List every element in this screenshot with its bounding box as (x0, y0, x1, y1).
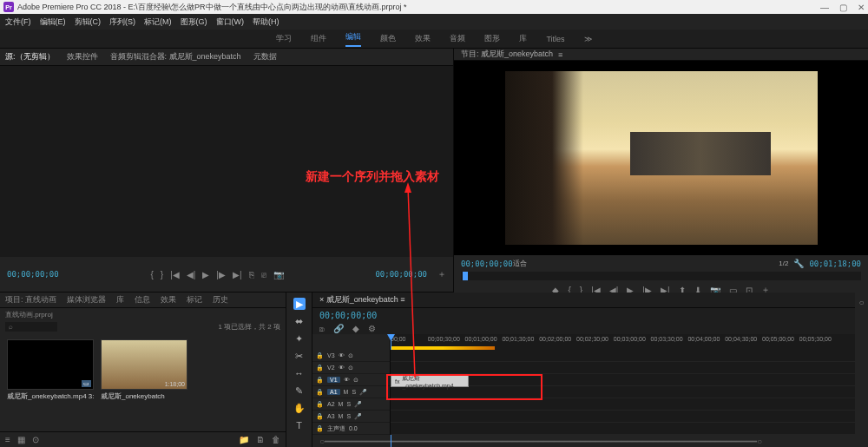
ws-graphics[interactable]: 图形 (484, 33, 500, 44)
tab-info[interactable]: 信息 (135, 294, 150, 306)
insert-icon[interactable]: ⎘ (249, 270, 254, 279)
source-tc-left[interactable]: 00;00;00;00 (7, 270, 59, 279)
track-v3[interactable]: 🔒V3👁⊙ (312, 350, 390, 362)
sequence-tab[interactable]: × 威尼斯_onekeybatch ≡ (319, 294, 405, 306)
track-a1[interactable]: 🔒A1MS🎤 (312, 386, 390, 398)
bin-item[interactable]: ▭ 威尼斯_onekeybatch.mp4 3:22;21 (7, 339, 94, 424)
tab-history[interactable]: 历史 (213, 294, 228, 306)
ws-effects[interactable]: 效果 (415, 33, 431, 44)
type-tool-icon[interactable]: T (293, 419, 306, 431)
hand-tool-icon[interactable]: ✋ (293, 402, 306, 414)
overwrite-icon[interactable]: ⎚ (261, 270, 266, 279)
close-button[interactable]: ✕ (858, 3, 865, 12)
menu-graphics[interactable]: 图形(G) (181, 16, 207, 28)
track-row-a1[interactable] (391, 386, 855, 398)
new-item-icon[interactable]: 🗎 (256, 435, 265, 444)
mark-in-icon[interactable]: { (150, 270, 153, 279)
mic-icon[interactable]: 🎤 (359, 389, 367, 396)
slip-tool-icon[interactable]: ↔ (293, 367, 306, 379)
ws-edit[interactable]: 编辑 (345, 31, 361, 47)
lock-icon[interactable]: 🔒 (316, 352, 324, 359)
tab-media-browser[interactable]: 媒体浏览器 (67, 294, 106, 306)
play-icon[interactable]: ▶ (202, 270, 209, 279)
track-a3[interactable]: 🔒A3MS🎤 (312, 411, 390, 423)
menu-file[interactable]: 文件(F) (5, 16, 31, 28)
track-row-v2[interactable] (391, 362, 855, 374)
snap-icon[interactable]: ⎄ (319, 324, 325, 333)
menu-clip[interactable]: 剪辑(C) (75, 16, 102, 28)
bin-thumb-video[interactable]: 1:18;00 (101, 339, 187, 390)
new-bin-icon[interactable]: 📁 (239, 435, 249, 444)
video-clip[interactable]: fx威尼斯_onekeybatch.mp4 (391, 375, 469, 387)
marker-icon[interactable]: ◆ (352, 324, 359, 333)
track-row-v1[interactable]: fx威尼斯_onekeybatch.mp4 (391, 374, 855, 386)
track-a2[interactable]: 🔒A2MS🎤 (312, 398, 390, 411)
bin-item[interactable]: 1:18;00 威尼斯_onekeybatch (101, 339, 187, 424)
track-row-v3[interactable] (391, 350, 855, 362)
tab-effects[interactable]: 效果 (161, 294, 176, 306)
program-tc-left[interactable]: 00;00;00;00 (461, 260, 513, 268)
ws-overflow[interactable]: ≫ (584, 35, 592, 43)
ripple-edit-icon[interactable]: ✦ (293, 332, 306, 345)
ws-libraries[interactable]: 库 (519, 33, 527, 44)
menu-window[interactable]: 窗口(W) (216, 16, 245, 28)
list-view-icon[interactable]: ≡ (5, 435, 10, 444)
razor-tool-icon[interactable]: ✂ (293, 350, 306, 362)
track-v2[interactable]: 🔒V2👁⊙ (312, 362, 390, 374)
program-menu-icon[interactable]: ≡ (558, 50, 562, 59)
link-icon[interactable]: 🔗 (333, 324, 344, 333)
ws-audio[interactable]: 音频 (450, 33, 465, 44)
menu-sequence[interactable]: 序列(S) (109, 16, 135, 28)
tab-libraries[interactable]: 库 (116, 294, 124, 306)
go-in-icon[interactable]: |◀ (170, 270, 180, 279)
project-search[interactable] (5, 322, 57, 332)
mark-out-icon[interactable]: } (161, 270, 163, 279)
meter-icon[interactable]: ○ (858, 298, 864, 307)
zoom-dropdown[interactable]: 1/2 (779, 260, 788, 267)
add-button-icon[interactable]: ＋ (437, 268, 446, 280)
track-v1[interactable]: 🔒V1👁⊙ (312, 374, 390, 386)
menu-edit[interactable]: 编辑(E) (40, 16, 66, 28)
track-row-a2[interactable] (391, 398, 855, 411)
settings-icon[interactable]: ⚙ (368, 324, 376, 333)
pen-tool-icon[interactable]: ✎ (293, 385, 306, 397)
lock-icon[interactable]: 🔒 (316, 425, 324, 432)
selection-tool-icon[interactable]: ▶ (293, 298, 306, 310)
track-master[interactable]: 🔒主声道0.0 (312, 423, 390, 435)
lock-icon[interactable]: 🔒 (316, 377, 324, 384)
timeline-content[interactable]: fx威尼斯_onekeybatch.mp4 (391, 350, 855, 435)
project-bins[interactable]: ▭ 威尼斯_onekeybatch.mp4 3:22;21 1:18;00 威尼… (0, 332, 286, 431)
tab-metadata[interactable]: 元数据 (253, 51, 277, 62)
tab-source[interactable]: 源:（无剪辑） (5, 51, 55, 62)
menu-help[interactable]: 帮助(H) (253, 16, 279, 28)
track-row-master[interactable] (391, 423, 855, 435)
ws-learn[interactable]: 学习 (276, 33, 292, 44)
go-out-icon[interactable]: ▶| (233, 270, 242, 279)
tab-audio-mixer[interactable]: 音频剪辑混合器: 威尼斯_onekeybatch (110, 51, 241, 62)
export-frame-icon[interactable]: 📷 (273, 270, 284, 279)
icon-view-icon[interactable]: ▦ (17, 435, 25, 444)
lock-icon[interactable]: 🔒 (316, 389, 324, 396)
track-row-a3[interactable] (391, 411, 855, 423)
tab-project[interactable]: 项目: 直线动画 (5, 294, 56, 306)
trash-icon[interactable]: 🗑 (272, 435, 280, 444)
minimize-button[interactable]: — (820, 3, 829, 12)
step-back-icon[interactable]: ◀| (187, 270, 196, 279)
program-monitor[interactable] (454, 61, 868, 255)
source-monitor[interactable] (0, 66, 453, 257)
bin-thumb-seq[interactable]: ▭ (7, 339, 94, 390)
menu-marker[interactable]: 标记(M) (144, 16, 172, 28)
tab-markers[interactable]: 标记 (187, 294, 202, 306)
ws-titles[interactable]: Titles (546, 35, 564, 43)
lock-icon[interactable]: 🔒 (316, 401, 324, 408)
program-tc-right[interactable]: 00;01;18;00 (809, 260, 861, 268)
timeline-ruler[interactable]: 00;00 00;00;30;00 00;01;00;00 00;01;30;0… (312, 334, 855, 350)
settings-icon[interactable]: 🔧 (793, 259, 804, 268)
tab-effect-controls[interactable]: 效果控件 (67, 51, 98, 62)
maximize-button[interactable]: ▢ (839, 3, 847, 12)
fit-dropdown[interactable]: 适合 (513, 259, 527, 268)
timeline-scrollbar[interactable]: ○━━━━━━━━━━━━━━━━━━━━━━━━━━━━━━━━━━━━━━━… (312, 435, 855, 447)
track-select-icon[interactable]: ⬌ (293, 315, 306, 327)
program-scrubber[interactable] (461, 272, 861, 280)
source-tc-right[interactable]: 00;00;00;00 (375, 270, 427, 279)
